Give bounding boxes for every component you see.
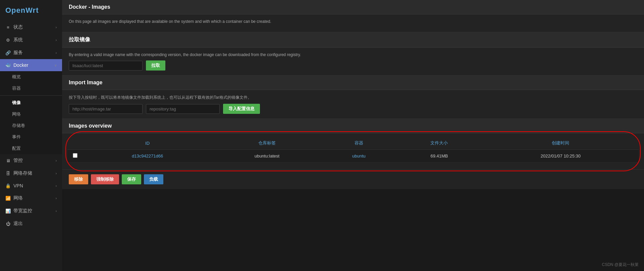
sidebar-sub-containers[interactable]: 容器 xyxy=(0,83,62,94)
sidebar-sub-overview[interactable]: 概览 xyxy=(0,71,62,83)
status-icon: ≡ xyxy=(5,25,11,30)
sidebar-item-label: 退出 xyxy=(13,221,23,227)
table-row: d13c942271d66 ubuntu:latest ubuntu 69.41… xyxy=(67,150,639,163)
pull-section-desc: By entering a valid image name with the … xyxy=(69,52,637,57)
sidebar-item-services[interactable]: 🔗 服务 › xyxy=(0,46,62,59)
col-created: 创建时间 xyxy=(483,137,639,150)
row-id-cell: d13c942271d66 xyxy=(83,150,212,163)
row-checkbox-cell xyxy=(67,150,83,163)
page-description: On this page all images are displayed th… xyxy=(69,19,637,24)
remove-button[interactable]: 移除 xyxy=(69,174,88,184)
chevron-right-icon: › xyxy=(56,196,57,200)
sidebar-item-label: 管控 xyxy=(13,157,23,164)
docker-submenu: 概览 容器 镜像 网络 存储卷 事件 配置 xyxy=(0,71,62,154)
page-title-header: Docker - Images xyxy=(62,0,644,14)
sidebar-sub-images[interactable]: 镜像 xyxy=(0,97,62,108)
import-description: 按下导入按钮时，既可以将本地镜像文件加载到系统上，也可以从远程下载有效的Tar格… xyxy=(69,95,637,100)
row-repo-tag-cell: ubuntu:latest xyxy=(212,150,322,163)
vpn-icon: 🔒 xyxy=(5,183,11,188)
col-id: ID xyxy=(83,137,212,150)
load-button[interactable]: 负载 xyxy=(144,174,163,184)
row-container-cell: ubuntu xyxy=(322,150,396,163)
submenu-divider xyxy=(0,95,62,96)
storage-icon: 🗄 xyxy=(5,171,11,176)
import-button[interactable]: 导入配置信息 xyxy=(223,104,260,114)
image-id-link[interactable]: d13c942271d66 xyxy=(132,153,163,159)
sidebar-item-network-storage[interactable]: 🗄 网络存储 › xyxy=(0,167,62,180)
sidebar-sub-network[interactable]: 网络 xyxy=(0,108,62,120)
image-size: 69.41MB xyxy=(430,153,448,159)
sidebar-item-label: 网络存储 xyxy=(13,170,32,176)
image-created: 2022/01/07 10:25:30 xyxy=(541,153,581,159)
row-size-cell: 69.41MB xyxy=(396,150,482,163)
sidebar-sub-volumes[interactable]: 存储卷 xyxy=(0,120,62,131)
col-repo-tag: 仓库标签 xyxy=(212,137,322,150)
sidebar-sub-config[interactable]: 配置 xyxy=(0,143,62,154)
image-container-link[interactable]: ubuntu xyxy=(352,153,366,159)
chevron-right-icon: › xyxy=(56,51,57,55)
pull-row: 拉取 xyxy=(69,60,637,71)
import-section-body: 按下导入按钮时，既可以将本地镜像文件加载到系统上，也可以从远程下载有效的Tar格… xyxy=(62,90,644,119)
sidebar-item-label: VPN xyxy=(13,183,23,188)
image-repo-tag: ubuntu:latest xyxy=(255,153,279,159)
force-remove-button[interactable]: 强制移除 xyxy=(91,174,119,184)
sidebar-item-network[interactable]: 📶 网络 › xyxy=(0,192,62,205)
sidebar-item-label: 带宽监控 xyxy=(13,208,32,214)
images-table-container: ID 仓库标签 容器 文件大小 创建时间 d13c942271d66 u xyxy=(62,133,644,169)
row-checkbox[interactable] xyxy=(73,153,77,158)
chevron-right-icon: › xyxy=(56,209,57,213)
sidebar-item-vpn[interactable]: 🔒 VPN › xyxy=(0,180,62,192)
main-content: Docker - Images On this page all images … xyxy=(62,0,644,271)
sidebar-item-docker[interactable]: 🐳 Docker ∨ xyxy=(0,59,62,71)
col-checkbox xyxy=(67,137,83,150)
sidebar-logo: OpenWrt xyxy=(0,0,62,21)
import-tag-input[interactable] xyxy=(146,104,220,114)
chevron-right-icon: › xyxy=(56,26,57,29)
sidebar-item-status[interactable]: ≡ 状态 › xyxy=(0,21,62,34)
images-table: ID 仓库标签 容器 文件大小 创建时间 d13c942271d66 u xyxy=(67,137,639,163)
pull-button[interactable]: 拉取 xyxy=(146,60,165,71)
chevron-right-icon: › xyxy=(56,159,57,163)
bandwidth-icon: 📊 xyxy=(5,208,11,214)
pull-section-title: 拉取镜像 xyxy=(62,32,644,48)
page-desc-body: On this page all images are displayed th… xyxy=(62,14,644,32)
gear-icon: ⚙ xyxy=(5,37,11,43)
sidebar: OpenWrt ≡ 状态 › ⚙ 系统 › 🔗 服务 › 🐳 Docker ∨ xyxy=(0,0,62,271)
import-row: 导入配置信息 xyxy=(69,104,637,114)
import-section-title: Import Image xyxy=(62,76,644,90)
sidebar-item-logout[interactable]: ⏻ 退出 xyxy=(0,217,62,230)
images-overview-title: Images overview xyxy=(62,119,644,133)
chevron-right-icon: › xyxy=(56,38,57,42)
sidebar-item-label: Docker xyxy=(13,62,28,68)
services-icon: 🔗 xyxy=(5,50,11,55)
chevron-right-icon: › xyxy=(56,172,57,175)
network-icon: 📶 xyxy=(5,195,11,201)
sidebar-item-control[interactable]: 🖥 管控 › xyxy=(0,154,62,167)
sidebar-sub-events[interactable]: 事件 xyxy=(0,131,62,143)
watermark: CSDN @夏花一秋莱 xyxy=(602,262,639,268)
import-url-input[interactable] xyxy=(69,104,143,114)
sidebar-item-label: 服务 xyxy=(13,50,23,56)
pull-image-input[interactable] xyxy=(69,61,143,71)
sidebar-item-label: 网络 xyxy=(13,195,23,201)
sidebar-item-label: 系统 xyxy=(13,37,23,43)
control-icon: 🖥 xyxy=(5,158,11,163)
page-title: Docker - Images xyxy=(69,4,110,10)
docker-icon: 🐳 xyxy=(5,62,11,68)
chevron-down-icon: ∨ xyxy=(54,63,57,67)
sidebar-item-system[interactable]: ⚙ 系统 › xyxy=(0,34,62,46)
col-container: 容器 xyxy=(322,137,396,150)
table-header-row: ID 仓库标签 容器 文件大小 创建时间 xyxy=(67,137,639,150)
chevron-right-icon: › xyxy=(56,184,57,188)
row-created-cell: 2022/01/07 10:25:30 xyxy=(483,150,639,163)
col-size: 文件大小 xyxy=(396,137,482,150)
logout-icon: ⏻ xyxy=(5,221,11,226)
sidebar-item-bandwidth[interactable]: 📊 带宽监控 › xyxy=(0,205,62,217)
pull-section-body: By entering a valid image name with the … xyxy=(62,48,644,76)
save-button[interactable]: 保存 xyxy=(122,174,141,184)
sidebar-item-label: 状态 xyxy=(13,24,23,30)
bottom-actions: 移除 强制移除 保存 负载 xyxy=(62,169,644,189)
